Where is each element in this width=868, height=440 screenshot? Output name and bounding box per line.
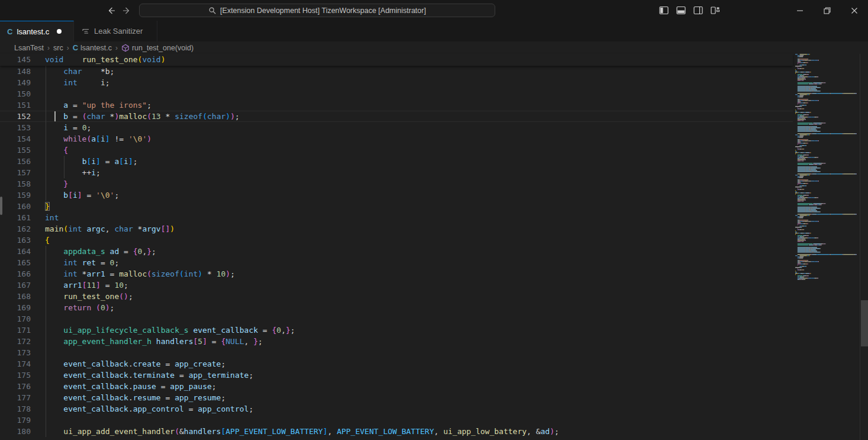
code-text[interactable]: int i; [31, 77, 110, 88]
code-line-161[interactable]: 161int [0, 212, 793, 223]
code-text[interactable] [31, 313, 45, 325]
code-line-180[interactable]: 180 ui_app_add_event_handler(&handlers[A… [0, 426, 793, 437]
line-number[interactable]: 155 [0, 144, 31, 156]
line-number[interactable]: 158 [0, 178, 31, 190]
code-text[interactable]: b[i] = '\0'; [31, 190, 119, 201]
code-text[interactable]: } [31, 201, 50, 212]
code-text[interactable]: a = "up the irons"; [31, 99, 151, 111]
code-line-175[interactable]: 175 event_callback.terminate = app_termi… [0, 370, 793, 381]
line-number[interactable]: 170 [0, 313, 31, 325]
toggle-panel-icon[interactable] [676, 6, 686, 15]
line-number[interactable]: 180 [0, 426, 31, 437]
go-forward-icon[interactable] [121, 5, 133, 17]
code-text[interactable]: event_callback.pause = app_pause; [31, 381, 217, 392]
line-number[interactable]: 145 [0, 54, 31, 65]
code-line-148[interactable]: 148 char *b; [0, 66, 793, 77]
code-text[interactable]: ui_app_lifecycle_callback_s event_callba… [31, 325, 295, 336]
line-number[interactable]: 174 [0, 358, 31, 370]
line-number[interactable]: 148 [0, 66, 31, 77]
line-number[interactable]: 160 [0, 201, 31, 212]
code-line-149[interactable]: 149 int i; [0, 77, 793, 88]
line-number[interactable]: 161 [0, 212, 31, 223]
code-line-153[interactable]: 153 i = 0; [0, 122, 793, 133]
line-number[interactable]: 149 [0, 77, 31, 88]
line-number[interactable]: 179 [0, 415, 31, 426]
code-text[interactable]: char *b; [31, 66, 114, 77]
breadcrumb-symbol[interactable]: run_test_one(void) [121, 44, 193, 52]
restore-button[interactable] [814, 0, 841, 21]
line-number[interactable]: 175 [0, 370, 31, 381]
scrollbar-slider[interactable] [861, 300, 868, 346]
code-text[interactable]: ++i; [31, 167, 101, 178]
line-number[interactable]: 172 [0, 336, 31, 347]
line-number[interactable]: 176 [0, 381, 31, 392]
code-text[interactable] [31, 347, 45, 358]
line-number[interactable]: 173 [0, 347, 31, 358]
code-line-160[interactable]: 160} [0, 201, 793, 212]
code-line-166[interactable]: 166 int *arr1 = malloc(sizeof(int) * 10)… [0, 268, 793, 280]
minimize-button[interactable] [786, 0, 814, 21]
line-number[interactable]: 168 [0, 291, 31, 302]
code-line-151[interactable]: 151 a = "up the irons"; [0, 99, 793, 111]
code-text[interactable]: { [31, 235, 50, 246]
left-sash-handle[interactable] [0, 197, 2, 215]
code-text[interactable]: run_test_one(); [31, 291, 133, 302]
code-text[interactable] [31, 88, 45, 99]
line-number[interactable]: 177 [0, 392, 31, 403]
editor-scrollbar[interactable] [860, 54, 868, 440]
close-button[interactable] [841, 0, 868, 21]
code-line-178[interactable]: 178 event_callback.app_control = app_con… [0, 403, 793, 415]
customize-layout-icon[interactable] [711, 6, 720, 15]
breadcrumb-file[interactable]: C lsantest.c [73, 43, 112, 52]
code-line-152[interactable]: 152 b = (char *)malloc(13 * sizeof(char)… [0, 111, 793, 122]
code-line-158[interactable]: 158 } [0, 178, 793, 190]
line-number[interactable]: 166 [0, 268, 31, 280]
line-number[interactable]: 162 [0, 223, 31, 235]
line-number[interactable]: 178 [0, 403, 31, 415]
code-text[interactable]: app_event_handler_h handlers[5] = {NULL,… [31, 336, 263, 347]
code-line-159[interactable]: 159 b[i] = '\0'; [0, 190, 793, 201]
line-number[interactable]: 157 [0, 167, 31, 178]
toggle-primary-sidebar-icon[interactable] [659, 6, 669, 15]
code-text[interactable]: } [31, 178, 68, 190]
line-number[interactable]: 151 [0, 99, 31, 111]
minimap[interactable] [793, 54, 860, 440]
line-number[interactable]: 156 [0, 156, 31, 167]
code-line-156[interactable]: 156 b[i] = a[i]; [0, 156, 793, 167]
code-text[interactable]: appdata_s ad = {0,}; [31, 246, 156, 257]
code-line-165[interactable]: 165 int ret = 0; [0, 257, 793, 268]
breadcrumb-folder[interactable]: src [53, 44, 63, 52]
line-number[interactable]: 154 [0, 133, 31, 144]
tab-leak-sanitizer[interactable]: Leak Sanitizer [75, 21, 157, 41]
code-line-164[interactable]: 164 appdata_s ad = {0,}; [0, 246, 793, 257]
line-number[interactable]: 153 [0, 122, 31, 133]
line-number[interactable]: 171 [0, 325, 31, 336]
code-text[interactable] [31, 415, 45, 426]
code-line-150[interactable]: 150 [0, 88, 793, 99]
code-line-154[interactable]: 154 while(a[i] != '\0') [0, 133, 793, 144]
code-text[interactable]: int *arr1 = malloc(sizeof(int) * 10); [31, 268, 235, 280]
code-line-179[interactable]: 179 [0, 415, 793, 426]
toggle-secondary-sidebar-icon[interactable] [693, 6, 703, 15]
code-line-169[interactable]: 169 return (0); [0, 302, 793, 313]
code-text[interactable]: while(a[i] != '\0') [31, 133, 151, 144]
sticky-line-145[interactable]: 145void run_test_one(void) [0, 54, 793, 65]
code-line-171[interactable]: 171 ui_app_lifecycle_callback_s event_ca… [0, 325, 793, 336]
code-line-176[interactable]: 176 event_callback.pause = app_pause; [0, 381, 793, 392]
code-text[interactable]: { [31, 144, 68, 156]
code-line-170[interactable]: 170 [0, 313, 793, 325]
line-number[interactable]: 169 [0, 302, 31, 313]
code-text[interactable]: main(int argc, char *argv[]) [31, 223, 175, 235]
code-line-177[interactable]: 177 event_callback.resume = app_resume; [0, 392, 793, 403]
code-line-163[interactable]: 163{ [0, 235, 793, 246]
sticky-scroll-line[interactable]: 145void run_test_one(void) [0, 54, 793, 66]
code-text[interactable]: void run_test_one(void) [31, 54, 166, 65]
line-number[interactable]: 150 [0, 88, 31, 99]
go-back-icon[interactable] [105, 5, 117, 17]
code-text[interactable]: b[i] = a[i]; [31, 156, 138, 167]
code-text[interactable]: int ret = 0; [31, 257, 119, 268]
code-line-173[interactable]: 173 [0, 347, 793, 358]
code-text[interactable]: return (0); [31, 302, 114, 313]
code-text[interactable]: ui_app_add_event_handler(&handlers[APP_E… [31, 426, 559, 437]
code-line-155[interactable]: 155 { [0, 144, 793, 156]
